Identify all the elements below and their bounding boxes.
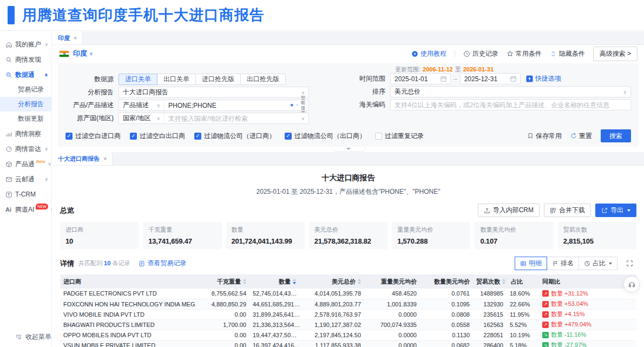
report-type-select[interactable]: 十大进口商报告 ∨ [119,87,309,98]
checkbox-filter-duplicates[interactable]: 过滤重复记录 [375,132,424,141]
trend-icon [542,322,549,328]
sidebar-item-insight[interactable]: 商情洞察 [0,126,51,141]
product-label: 产品/产品描述 [65,101,119,110]
col-header-yoy: 同期比 [539,274,636,289]
save-conditions-button[interactable]: 保存常用 [527,132,562,141]
home-icon [5,41,12,48]
chevron-down-icon: ∨ [44,42,48,47]
checkbox-icon[interactable] [285,133,292,140]
sidebar-item-discovery[interactable]: 商情发现 [0,52,51,67]
merge-download-button[interactable]: 合并下载 [544,204,591,217]
history-link[interactable]: 历史记录 [463,49,498,58]
filter-left-column: 数据源 进口关单 出口关单 进口抢先版 出口抢先版 分析报告 十大进口商报告 ∨ [65,66,352,126]
col-header-quantity[interactable]: 数量 [249,274,299,289]
checkbox-icon[interactable] [194,133,201,140]
trend-icon [542,332,549,338]
sort-icon[interactable] [293,279,296,284]
view-trade-records-link[interactable]: 查看贸易记录 [139,259,186,268]
checkbox-icon[interactable] [65,133,73,140]
chevron-down-icon[interactable]: ∨ [89,51,93,56]
importer-link[interactable]: PADGET ELECTRONICS PVT LTD [60,289,195,299]
tab-top-importers-report[interactable]: 十大进口商报告 × [52,152,113,165]
chevron-down-icon: ∨ [301,116,308,121]
sidebar-item-radar[interactable]: 商情雷达 ∨ [0,141,51,156]
sort-select[interactable]: 美元总价 ∨ [390,86,631,97]
importer-link[interactable]: FOXCONN HON HAI TECHNOLOGY INDIA MEGA DE… [60,299,195,309]
tutorial-link[interactable]: 使用教程 [411,49,446,58]
chevron-down-icon: ∨ [301,90,305,95]
checkbox-icon[interactable] [130,133,137,140]
sidebar-item-mail-hub[interactable]: 云邮通 ∨ [0,172,51,187]
checkbox-icon[interactable] [375,133,382,140]
checkbox-filter-logistics-exporter[interactable]: 过滤物流公司（出口商） [285,132,366,141]
hide-conditions-link[interactable]: 隐藏条件 [550,49,585,58]
merge-download-icon [550,207,556,214]
origin-mode-select[interactable]: 国家/地区 ∨ [119,113,165,123]
advanced-search-button[interactable]: 高级搜索 > [593,47,638,61]
import-crm-button[interactable]: 导入内部CRM [478,204,540,217]
segment-export-preview[interactable]: 出口抢先版 [240,74,286,85]
detail-label: 详情 [60,259,74,269]
segment-export-customs[interactable]: 出口关单 [157,74,196,85]
export-button[interactable]: 导出 [595,204,636,217]
hs-code-input[interactable] [395,101,627,109]
segment-import-customs[interactable]: 进口关单 [119,74,157,85]
sidebar-item-trade-records[interactable]: 贸易记录 [0,82,51,97]
trend-badge: 数量 -27.97% [542,341,587,347]
panel-collapse-handle[interactable] [331,147,366,152]
sidebar-item-product-hub[interactable]: 产品通 Beta ∨ [0,156,51,172]
sort-icon[interactable] [358,279,361,284]
product-input[interactable] [165,102,291,109]
col-header-trade-count[interactable]: 贸易次数 [473,274,507,289]
date-from-input[interactable]: 2025-01-01 [390,73,451,84]
close-icon[interactable]: × [74,35,77,41]
importer-link[interactable]: OPPO MOBILES INDIA PVT LTD [60,330,195,340]
time-range-label: 时间范围 [358,74,390,83]
view-proportion-button[interactable]: 占比 [579,257,617,270]
sidebar-item-data-hub[interactable]: 数据通 ∧ [0,67,51,82]
col-header-weight[interactable]: 千克重量 [195,274,249,289]
reset-button[interactable]: 重置 [570,132,592,141]
sort-icon[interactable] [502,279,505,284]
checkbox-filter-blank-importer[interactable]: 过滤空白进口商 [65,132,121,141]
country-selector[interactable]: 印度 [73,49,87,58]
sidebar-item-analysis-report[interactable]: 分析报告 [0,97,51,112]
trend-icon [542,290,549,297]
data-source-segments: 进口关单 出口关单 进口抢先版 出口抢先版 [119,74,286,85]
quick-options-link[interactable]: 快捷选项 [526,74,561,83]
col-header-share: 占比 [507,274,539,289]
smart-search-icon[interactable] [296,104,299,107]
checkbox-filter-blank-exporter[interactable]: 过滤空白出口商 [130,132,185,141]
sidebar-item-data-update[interactable]: 数据更新 [0,112,51,126]
customer-service-button[interactable] [623,276,640,292]
trend-badge: 数量 -11.16% [542,331,586,339]
product-mode-select[interactable]: 产品描述 ∨ [119,100,165,110]
flag-icon [552,260,558,267]
image-search-icon[interactable] [291,104,293,107]
view-detail-button[interactable]: 明细 [515,257,547,270]
sidebar-item-tcrm[interactable]: T-CRM [0,187,51,202]
favorite-conditions-link[interactable]: 常用条件 [507,49,542,58]
close-icon[interactable]: × [103,155,107,162]
overview-row: 总览 导入内部CRM 合并下载 导出 [60,204,636,217]
date-to-input[interactable]: 2025-12-31 [460,73,521,84]
chevron-up-icon: ∧ [44,72,48,77]
tab-india[interactable]: 印度 × [52,31,83,44]
search-button[interactable]: 搜索 [601,129,631,142]
col-header-usd-total[interactable]: 美元总价 [299,274,364,289]
importer-link[interactable]: VIVO MOBILE INDIA PVT LTD [60,309,195,319]
overview-label: 总览 [60,206,74,215]
segment-import-preview[interactable]: 进口抢先版 [195,74,241,85]
sort-icon[interactable] [243,279,246,284]
star-icon [507,50,514,57]
sidebar-item-my-account[interactable]: 我的账户 ∨ [0,37,51,52]
importer-link[interactable]: BHAGWATI PRODUCTS LIMITED [60,319,195,330]
fullscreen-button[interactable] [623,257,636,270]
sidebar-item-tendata-ai[interactable]: Ai 腾道AI NEW › [0,202,51,217]
view-ranking-button[interactable]: 排名 [547,257,579,270]
origin-input[interactable] [165,115,301,122]
collapse-menu-button[interactable]: 收起菜单 [15,332,51,342]
importer-link[interactable]: VSUN MOBILE PRIVATE LIMITED [60,340,195,347]
matched-count-text: 共匹配到 10 条记录 [78,259,130,267]
checkbox-filter-logistics-importer[interactable]: 过滤物流公司（进口商） [194,132,275,141]
